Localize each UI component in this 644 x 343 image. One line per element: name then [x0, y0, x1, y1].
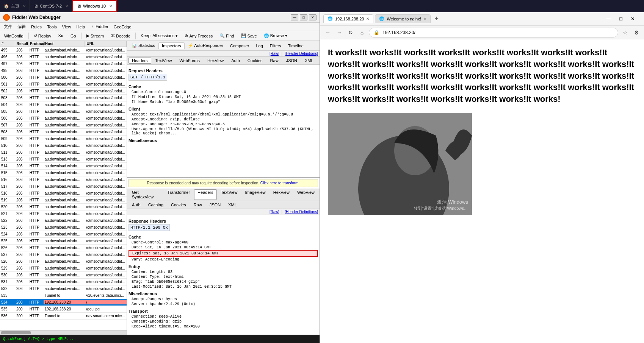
menu-rules[interactable]: Rules — [29, 24, 44, 30]
session-row[interactable]: 495 206 HTTP au.download.windo... /c/msd… — [0, 47, 127, 54]
menu-view[interactable]: View — [60, 24, 74, 30]
session-row[interactable]: 519 206 HTTP au.download.windo... /c/msd… — [0, 197, 127, 204]
session-row[interactable]: 514 206 HTTP au.download.windo... /c/msd… — [0, 163, 127, 170]
anyprocess-btn[interactable]: ⊕ Any Process — [182, 33, 215, 39]
browser-forward-btn[interactable]: → — [335, 28, 344, 37]
address-bar[interactable]: 🔒 192.168.238.20/ — [369, 28, 618, 37]
session-row[interactable]: 520 206 HTTP au.download.windo... /c/msd… — [0, 204, 127, 210]
resp-tab-hexview[interactable]: HexView — [270, 189, 293, 200]
session-row[interactable]: 508 206 HTTP au.download.windo... /c/msd… — [0, 129, 127, 136]
session-row[interactable]: 506 206 HTTP au.download.windo... /c/msd… — [0, 115, 127, 122]
browser-tab-close-1[interactable]: ✕ — [366, 17, 369, 21]
session-row[interactable]: 531 206 HTTP au.download.windo... /c/msd… — [0, 279, 127, 285]
session-row[interactable]: 529 206 HTTP au.download.windo... /c/msd… — [0, 265, 127, 272]
session-row[interactable]: 510 206 HTTP au.download.windo... /c/msd… — [0, 142, 127, 149]
tab-inspectors[interactable]: Inspectors — [158, 42, 185, 49]
session-row[interactable]: 523 206 HTTP au.download.windo... /c/msd… — [0, 224, 127, 231]
browser-max-btn[interactable]: □ — [616, 15, 625, 22]
replay-btn[interactable]: ↺ Replay — [31, 33, 54, 39]
resp-tab-headers[interactable]: Headers — [194, 189, 217, 200]
taskbar-tab-main[interactable]: 🏠 主页 ✕ — [0, 0, 30, 12]
menu-geoedge[interactable]: GeoEdge — [111, 24, 133, 30]
session-row[interactable]: 517 206 HTTP au.download.windo... /c/msd… — [0, 183, 127, 190]
session-row[interactable]: 505 206 HTTP au.download.windo... /c/msd… — [0, 108, 127, 115]
req-header-def-link[interactable]: [Header Definitions] — [285, 51, 318, 56]
session-row[interactable]: 534 200 HTTP 192.168.238.20 / — [0, 299, 127, 306]
fiddler-maximize-btn[interactable]: □ — [300, 14, 307, 20]
session-row[interactable]: 532 206 HTTP au.download.windo... /c/msd… — [0, 285, 127, 292]
keep-btn[interactable]: Keep: All sessions ▾ — [138, 33, 180, 39]
browser-tab-addr2[interactable]: 🌐 Welcome to nginx! ✕ — [375, 14, 430, 23]
browser-tab-close-2[interactable]: ✕ — [423, 17, 426, 21]
req-tab-xml[interactable]: XML — [301, 58, 317, 64]
browser-tab-addr1[interactable]: 🌐 192.168.238.20 ✕ — [323, 14, 373, 23]
session-scrollbar[interactable] — [0, 330, 127, 335]
req-tab-headers[interactable]: Headers — [128, 58, 151, 64]
session-row[interactable]: 530 206 HTTP au.download.windo... /c/msd… — [0, 272, 127, 279]
session-row[interactable]: 528 206 HTTP au.download.windo... /c/msd… — [0, 258, 127, 265]
req-tab-hexview[interactable]: HexView — [204, 58, 227, 64]
tab-autoresponder[interactable]: ⚡ AutoResponder — [185, 42, 227, 49]
fiddler-minimize-btn[interactable]: — — [291, 14, 298, 20]
taskbar-tab-centos[interactable]: 🖥 CentOS 7-2 ✕ — [30, 0, 72, 12]
menu-help[interactable]: Help — [74, 24, 87, 30]
session-row[interactable]: 535 200 HTTP 192.168.238.20 /gou.jpg — [0, 306, 127, 313]
req-tab-auth[interactable]: Auth — [228, 58, 243, 64]
resp-tab-xml[interactable]: XML — [225, 202, 240, 208]
go-btn[interactable]: Go — [68, 33, 79, 39]
resp-tab-syntaxview[interactable]: Get SyntaxView — [128, 189, 163, 200]
taskbar-tab-main-close[interactable]: ✕ — [23, 4, 26, 8]
browser-settings-btn[interactable]: ⚙ — [632, 28, 641, 37]
resp-raw-link[interactable]: [Raw] — [270, 210, 279, 214]
browser-min-btn[interactable]: — — [603, 15, 614, 22]
browser-back-btn[interactable]: ← — [323, 28, 332, 37]
req-tab-json[interactable]: JSON — [283, 58, 301, 64]
menu-fiddler[interactable]: ⋮ Fiddler — [88, 24, 111, 30]
session-row[interactable]: 516 206 HTTP au.download.windo... /c/msd… — [0, 176, 127, 183]
decode-banner-link[interactable]: Click here to transform. — [260, 181, 299, 185]
tab-filters[interactable]: Filters — [266, 42, 285, 49]
taskbar-tab-windows10[interactable]: 🖥 Windows 10 ✕ — [72, 0, 117, 12]
session-row[interactable]: 511 206 HTTP au.download.windo... /c/msd… — [0, 149, 127, 156]
session-row[interactable]: 503 206 HTTP au.download.windo... /c/msd… — [0, 95, 127, 101]
tab-composer[interactable]: Composer — [227, 42, 253, 49]
session-row[interactable]: 522 206 HTTP au.download.windo... /c/msd… — [0, 217, 127, 224]
session-row[interactable]: 507 206 HTTP au.download.windo... /c/msd… — [0, 122, 127, 129]
session-row[interactable]: 513 206 HTTP au.download.windo... /c/msd… — [0, 156, 127, 163]
find-btn[interactable]: 🔍 Find — [217, 33, 237, 39]
session-row[interactable]: 524 206 HTTP au.download.windo... /c/msd… — [0, 231, 127, 238]
browser-refresh-btn[interactable]: ↻ — [346, 28, 355, 37]
browse-btn[interactable]: 🌐 Browse ▾ — [261, 33, 290, 39]
browser-home-btn[interactable]: ⌂ — [357, 28, 367, 37]
req-tab-raw[interactable]: Raw — [267, 58, 282, 64]
browser-close-btn[interactable]: ✕ — [628, 15, 638, 22]
resp-tab-json[interactable]: JSON — [206, 202, 224, 208]
session-row[interactable]: 502 206 HTTP au.download.windo... /c/msd… — [0, 88, 127, 95]
decode-btn[interactable]: ⌘ Decode — [108, 33, 133, 39]
tab-timeline[interactable]: Timeline — [285, 42, 307, 49]
session-row[interactable]: 501 206 HTTP au.download.windo... /c/msd… — [0, 81, 127, 88]
resp-tab-auth[interactable]: Auth — [128, 202, 144, 208]
req-tab-cookies[interactable]: Cookies — [244, 58, 266, 64]
menu-edit[interactable]: 编辑 — [15, 23, 28, 30]
session-row[interactable]: 500 206 HTTP au.download.windo... /c/msd… — [0, 74, 127, 81]
req-raw-link[interactable]: [Raw] — [270, 51, 279, 56]
decode-banner[interactable]: Response is encoded and may require deco… — [128, 179, 318, 187]
tab-log[interactable]: Log — [252, 42, 266, 49]
tab-statistics[interactable]: 📊 Statistics — [128, 42, 158, 49]
resp-tab-webview[interactable]: WebView — [294, 189, 318, 200]
taskbar-tab-win10-close[interactable]: ✕ — [109, 4, 112, 8]
session-row[interactable]: 498 206 HTTP au.download.windo... /c/msd… — [0, 67, 127, 74]
resp-tab-raw[interactable]: Raw — [190, 202, 205, 208]
session-row[interactable]: 533 Tunnel to v10.events.data.micr... — [0, 292, 127, 299]
resp-tab-textview[interactable]: TextView — [218, 189, 241, 200]
req-tab-textview[interactable]: TextView — [152, 58, 175, 64]
taskbar-tab-centos-close[interactable]: ✕ — [65, 4, 68, 8]
quickexec-bar[interactable]: QuickExec] ALT+Q > type HELP... — [0, 335, 320, 343]
menu-tools[interactable]: Tools — [45, 24, 59, 30]
fiddler-close-btn[interactable]: ✕ — [309, 14, 317, 20]
req-tab-webforms[interactable]: WebForms — [176, 58, 203, 64]
session-row[interactable]: 497 206 HTTP au.download.windo... /c/msd… — [0, 61, 127, 67]
resp-tab-transformer[interactable]: Transformer — [164, 189, 194, 200]
winconfig-btn[interactable]: WinConfig — [2, 33, 26, 39]
